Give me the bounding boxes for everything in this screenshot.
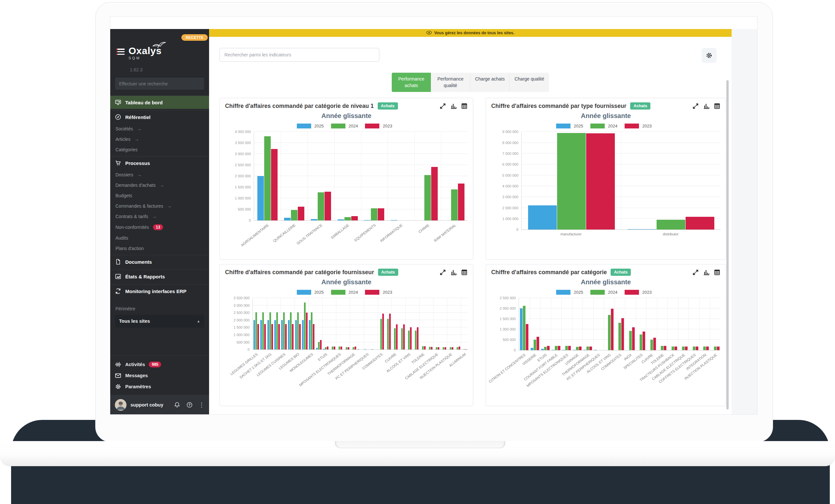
bar-2025: [302, 320, 304, 350]
table-view-button[interactable]: [461, 103, 468, 109]
expand-chart-button[interactable]: [692, 103, 699, 109]
sidebar-item-categories[interactable]: Catégories: [110, 144, 209, 155]
legend-swatch-2025[interactable]: [297, 124, 311, 128]
legend-swatch-2023[interactable]: [365, 290, 379, 295]
vertical-scrollbar[interactable]: [726, 80, 729, 410]
sidebar-item-audits[interactable]: Audits: [110, 233, 209, 243]
bar-2023: [417, 327, 419, 350]
legend-swatch-2024[interactable]: [590, 290, 605, 295]
chart-view-button[interactable]: [450, 269, 457, 276]
monitor-icon: [115, 99, 121, 106]
indicator-search-input[interactable]: [220, 48, 379, 62]
chart-legend: 202520242023: [225, 124, 468, 128]
tab-performance-qualite[interactable]: Performance qualité: [431, 73, 470, 92]
bar-2023: [526, 324, 528, 350]
sidebar-item-societes[interactable]: Sociétés→: [110, 124, 209, 134]
legend-swatch-2025[interactable]: [556, 290, 570, 295]
bar-2023: [674, 346, 677, 351]
bar-2023: [586, 133, 615, 230]
bar-group: [350, 298, 357, 350]
expand-chart-button[interactable]: [692, 269, 699, 276]
caret-up-icon: ▲: [197, 319, 200, 323]
sidebar-item-processus[interactable]: Processus: [110, 156, 209, 169]
bar-2023: [424, 346, 426, 350]
table-view-button[interactable]: [714, 103, 720, 109]
tab-charge-achats[interactable]: Charge achats: [470, 73, 510, 92]
bar-group: [551, 298, 562, 350]
bar-2023: [396, 324, 398, 350]
bar-2025: [267, 320, 269, 350]
kebab-menu-icon[interactable]: ⋮: [199, 401, 204, 408]
chart-domain-badge: Achats: [630, 102, 650, 109]
legend-swatch-2024[interactable]: [590, 124, 605, 128]
chart-view-button[interactable]: [703, 103, 710, 109]
sidebar-item-non-conformites[interactable]: Non-conformités13: [110, 222, 209, 233]
site-selector[interactable]: Tous les sites ▲: [115, 315, 204, 328]
sidebar-item-articles[interactable]: Articles→: [110, 134, 209, 144]
bar-2025: [562, 350, 565, 350]
x-tick-label: CUIVRE: [384, 352, 397, 363]
bell-icon[interactable]: [174, 402, 180, 408]
tab-charge-qualite[interactable]: Charge qualité: [510, 73, 549, 92]
sidebar-item-demandes-d-achats[interactable]: Demandes d'achats→: [110, 180, 209, 190]
app-logo[interactable]: Oxalys SQM: [128, 46, 161, 60]
bar-group: [678, 298, 689, 350]
hamburger-menu-icon[interactable]: [116, 48, 125, 55]
dashboard-settings-button[interactable]: [701, 48, 717, 63]
charts-grid: Chiffre d'affaires commandé par catégori…: [220, 98, 732, 406]
table-view-button[interactable]: [714, 269, 720, 276]
bar-2024: [714, 346, 717, 350]
bar-2024: [557, 133, 586, 230]
sidebar-item-contrats-tarifs[interactable]: Contrats & tarifs→: [110, 211, 209, 222]
sidebar-item-documents[interactable]: Documents: [110, 255, 209, 268]
legend-swatch-2024[interactable]: [331, 290, 345, 295]
bar-2023: [320, 340, 322, 350]
legend-swatch-2024[interactable]: [331, 124, 345, 128]
bar-2024: [534, 340, 536, 351]
sidebar-item-commandes-factures[interactable]: Commandes & factures→: [110, 201, 209, 211]
bar-2025: [260, 320, 262, 350]
bar-2023: [536, 337, 539, 350]
avatar[interactable]: [115, 399, 126, 411]
sidebar-footer-parametres[interactable]: Paramètres: [110, 381, 209, 392]
sidebar-item-monitoring-interfaces-erp[interactable]: Monitoring interfaces ERP: [110, 284, 209, 298]
legend-swatch-2025[interactable]: [556, 124, 570, 128]
chart-view-button[interactable]: [450, 103, 457, 109]
sidebar-item-etats-rapports[interactable]: États & Rapports: [110, 270, 209, 283]
expand-chart-button[interactable]: [439, 103, 446, 109]
expand-chart-button[interactable]: [439, 269, 446, 276]
bar-2025: [528, 205, 557, 230]
legend-swatch-2023[interactable]: [625, 124, 639, 128]
x-axis: LEGUMES GRILLESSACHET 2.5KG ET 1KGLEGUME…: [252, 350, 468, 397]
legend-label: 2024: [349, 290, 358, 295]
chart-view-button[interactable]: [703, 269, 710, 276]
bar-group: [441, 132, 468, 220]
legend-swatch-2023[interactable]: [365, 124, 379, 128]
sidebar-footer-messages[interactable]: Messages: [110, 370, 209, 381]
sidebar-item-referentiel[interactable]: Référentiel: [110, 110, 209, 124]
sidebar-item-tableau-de-bord[interactable]: Tableau de bord: [110, 96, 209, 109]
bar-group: [461, 298, 468, 350]
count-badge: 13: [153, 224, 163, 230]
user-bar[interactable]: support cobuy ? ⋮: [110, 395, 209, 415]
sidebar-footer-label: Paramètres: [125, 384, 151, 389]
chart-legend: 202520242023: [491, 290, 720, 295]
sidebar-item-budgets[interactable]: Budgets: [110, 190, 209, 201]
x-tick-label: MONOLEGUMES: [289, 352, 314, 373]
y-tick-label: 1 500 000: [235, 185, 251, 189]
sidebar-item-dossiers[interactable]: Dossiers→: [110, 169, 209, 180]
help-icon[interactable]: ?: [186, 402, 193, 408]
legend-label: 2023: [383, 124, 392, 128]
bar-2025: [364, 220, 370, 221]
bar-2025: [316, 348, 318, 350]
x-axis: CITRON ET CONCENTRESVISSERIEETUISCOURANT…: [518, 351, 720, 399]
legend-swatch-2023[interactable]: [625, 290, 639, 295]
sidebar-footer-activites[interactable]: Activités985: [110, 359, 209, 370]
sidebar-item-plans-d-action[interactable]: Plans d'action: [110, 243, 209, 254]
plot-area: [521, 132, 720, 230]
table-view-button[interactable]: [461, 269, 468, 276]
sidebar-search-input[interactable]: [115, 78, 204, 90]
tab-performance-achats[interactable]: Performance achats: [392, 73, 431, 92]
legend-swatch-2025[interactable]: [297, 290, 311, 295]
x-tick-label: manufacturer: [561, 232, 582, 236]
